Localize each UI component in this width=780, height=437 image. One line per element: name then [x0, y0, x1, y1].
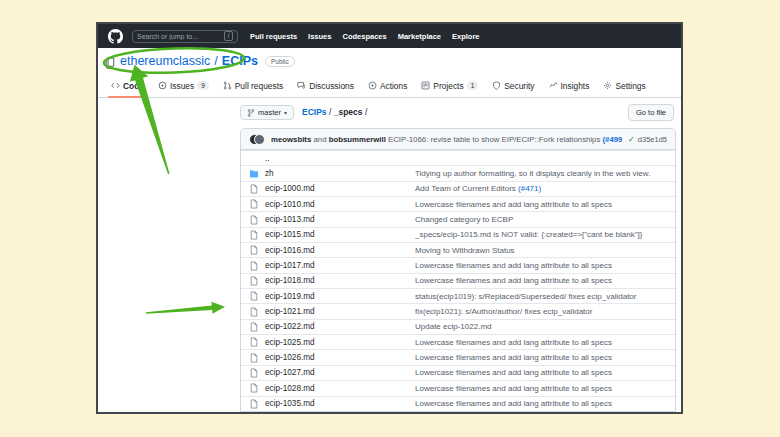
table-row[interactable]: ecip-1026.md Lowercase filenames and add…	[241, 349, 675, 364]
file-name-link[interactable]: ecip-1013.md	[265, 215, 415, 224]
tab-security[interactable]: Security	[485, 74, 541, 97]
tab-projects[interactable]: Projects 1	[414, 74, 485, 97]
repo-name-link[interactable]: ECIPs	[222, 54, 258, 68]
topnav-link-issues[interactable]: Issues	[308, 32, 331, 41]
file-name-link[interactable]: ecip-1022.md	[265, 322, 415, 331]
file-name-link[interactable]: ecip-1000.md	[265, 184, 415, 193]
file-name-link[interactable]: ecip-1016.md	[265, 246, 415, 255]
tab-insights[interactable]: Insights	[542, 74, 597, 97]
tab-label: Issues	[170, 81, 194, 91]
table-row[interactable]: ecip-1027.md Lowercase filenames and add…	[241, 365, 675, 380]
table-row[interactable]: ecip-1013.md Changed category to ECBP	[241, 211, 675, 226]
file-navigation: master ▾ ECIPs / _specs / Go to file	[240, 104, 676, 124]
commit-pr-link[interactable]: (#499)	[603, 135, 623, 144]
parent-directory-label: ..	[265, 154, 415, 163]
file-name-link[interactable]: ecip-1019.md	[265, 292, 415, 301]
file-name-link[interactable]: ecip-1015.md	[265, 230, 415, 239]
discussions-icon	[297, 81, 306, 90]
repo-owner-link[interactable]: ethereumclassic	[120, 54, 210, 68]
file-name-link[interactable]: ecip-1027.md	[265, 368, 415, 377]
branch-name: master	[258, 108, 281, 117]
tab-count-badge: 1	[467, 81, 479, 90]
github-logo-icon[interactable]	[108, 29, 123, 44]
file-name-link[interactable]: ecip-1018.md	[265, 276, 415, 285]
file-commit-message: Lowercase filenames and add lang attribu…	[415, 399, 665, 408]
file-commit-message: status(ecip1019): s/Replaced/Superseded/…	[415, 292, 665, 301]
breadcrumb-current-path: _specs	[334, 107, 363, 117]
file-commit-message: Changed category to ECBP	[415, 215, 665, 224]
table-row[interactable]: ecip-1035.md Lowercase filenames and add…	[241, 396, 675, 411]
file-commit-message: Lowercase filenames and add lang attribu…	[415, 353, 665, 362]
tab-label: Projects	[433, 81, 463, 91]
file-name-link[interactable]: ecip-1025.md	[265, 338, 415, 347]
projects-icon	[421, 81, 430, 90]
file-name-link[interactable]: ecip-1028.md	[265, 384, 415, 393]
branch-selector[interactable]: master ▾	[240, 105, 294, 120]
topnav-link-marketplace[interactable]: Marketplace	[398, 32, 441, 41]
file-name-link[interactable]: ecip-1021.md	[265, 307, 415, 316]
file-commit-message: Lowercase filenames and add lang attribu…	[415, 200, 665, 209]
file-commit-message: Lowercase filenames and add lang attribu…	[415, 276, 665, 285]
commit-author-2[interactable]: bobsummerwill	[329, 135, 386, 144]
topnav-link-explore[interactable]: Explore	[452, 32, 480, 41]
file-commit-message: _specs/ecip-1015.md is NOT valid: {:crea…	[415, 230, 665, 239]
search-input[interactable]: Search or jump to... /	[132, 30, 238, 43]
table-row[interactable]: ecip-1017.md Lowercase filenames and add…	[241, 257, 675, 272]
tab-discussions[interactable]: Discussions	[290, 74, 361, 97]
tab-issues[interactable]: Issues 9	[151, 74, 216, 97]
file-commit-message: Lowercase filenames and add lang attribu…	[415, 368, 665, 377]
file-icon	[249, 215, 265, 225]
code-icon	[111, 81, 120, 90]
commit-author-avatars[interactable]	[249, 134, 265, 145]
avatar[interactable]	[254, 134, 265, 145]
topnav-link-pull-requests[interactable]: Pull requests	[250, 32, 297, 41]
file-name-link[interactable]: ecip-1026.md	[265, 353, 415, 362]
browser-window: Search or jump to... / Pull requestsIssu…	[96, 22, 683, 414]
tab-code[interactable]: Code	[104, 74, 151, 97]
table-row[interactable]: ecip-1019.md status(ecip1019): s/Replace…	[241, 288, 675, 303]
repo-separator: /	[214, 54, 217, 68]
file-icon	[249, 199, 265, 209]
topnav-link-codespaces[interactable]: Codespaces	[342, 32, 386, 41]
commit-message-text: ECIP-1066: revise table to show EIP/ECIP…	[386, 135, 603, 144]
table-row[interactable]: ecip-1025.md Lowercase filenames and add…	[241, 334, 675, 349]
tab-actions[interactable]: Actions	[361, 74, 414, 97]
file-name-link[interactable]: zh	[265, 169, 415, 178]
commit-hash-link[interactable]: d35e1d5	[638, 135, 667, 144]
file-list-box: meowsbits and bobsummerwill ECIP-1066: r…	[240, 128, 676, 412]
file-name-link[interactable]: ecip-1010.md	[265, 200, 415, 209]
go-to-file-button[interactable]: Go to file	[628, 104, 674, 121]
table-row[interactable]: ecip-1018.md Lowercase filenames and add…	[241, 273, 675, 288]
file-icon	[249, 291, 265, 301]
breadcrumb-repo-link[interactable]: ECIPs	[302, 107, 327, 117]
parent-directory-row[interactable]: ..	[241, 150, 675, 165]
check-icon[interactable]: ✓	[628, 135, 635, 144]
file-commit-message: Lowercase filenames and add lang attribu…	[415, 338, 665, 347]
table-row[interactable]: ecip-1021.md fix(ecip1021): s/Author/aut…	[241, 303, 675, 318]
table-row[interactable]: ecip-1016.md Moving to Withdrawn Status	[241, 242, 675, 257]
commit-pr-link[interactable]: (#471)	[518, 184, 541, 193]
file-icon	[249, 368, 265, 378]
file-commit-message: Moving to Withdrawn Status	[415, 246, 665, 255]
file-commit-message: Tidying up author formatting, so it disp…	[415, 169, 665, 178]
commit-author-1[interactable]: meowsbits	[271, 135, 311, 144]
table-row[interactable]: ecip-1015.md _specs/ecip-1015.md is NOT …	[241, 227, 675, 242]
file-commit-message: fix(ecip1021): s/Author/author/ fixes ec…	[415, 307, 665, 316]
latest-commit-bar: meowsbits and bobsummerwill ECIP-1066: r…	[241, 129, 675, 150]
tab-count-badge: 9	[197, 81, 209, 90]
table-row[interactable]: ecip-1010.md Lowercase filenames and add…	[241, 196, 675, 211]
table-row[interactable]: ecip-1028.md Lowercase filenames and add…	[241, 380, 675, 395]
breadcrumb-separator: /	[363, 107, 368, 117]
caret-down-icon: ▾	[284, 109, 287, 116]
file-icon	[249, 276, 265, 286]
file-name-link[interactable]: ecip-1017.md	[265, 261, 415, 270]
tab-pull-requests[interactable]: Pull requests	[216, 74, 290, 97]
tab-settings[interactable]: Settings	[596, 74, 652, 97]
file-name-link[interactable]: ecip-1035.md	[265, 399, 415, 408]
table-row[interactable]: zh Tidying up author formatting, so it d…	[241, 165, 675, 180]
table-row[interactable]: ecip-1022.md Update ecip-1022.md	[241, 319, 675, 334]
file-icon	[249, 261, 265, 271]
file-icon	[249, 383, 265, 393]
tab-label: Discussions	[309, 81, 354, 91]
table-row[interactable]: ecip-1000.md Add Team of Current Editors…	[241, 181, 675, 196]
